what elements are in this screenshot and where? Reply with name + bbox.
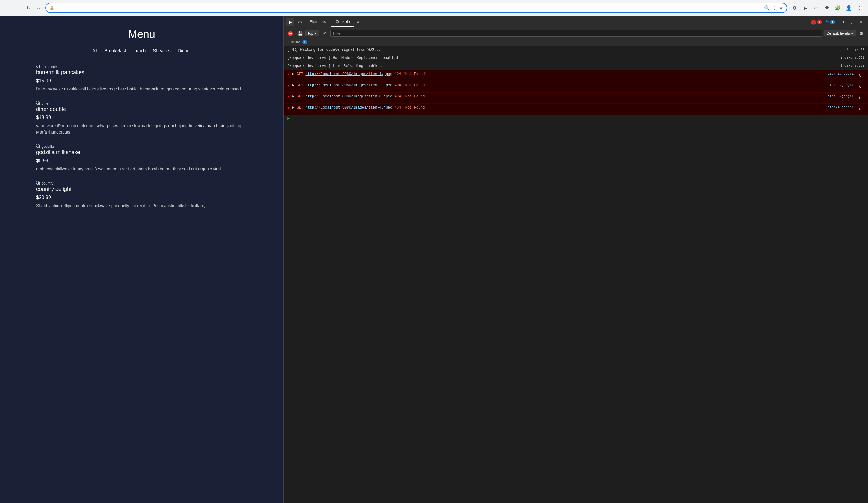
forward-button[interactable]: → [14, 4, 22, 12]
bookmark-icon: ★ [779, 5, 783, 11]
url-input[interactable]: localhost:8080 [56, 6, 762, 10]
menu-button[interactable]: ⋮ [855, 3, 865, 13]
console-file-error4[interactable]: item-4.jpeg:1 [828, 105, 854, 110]
error3-reload-button[interactable]: ↻ [856, 94, 865, 102]
console-line-hmr2-text: [webpack-dev-server] Hot Module Replacem… [287, 55, 838, 61]
error-count-badge: 4 [817, 20, 822, 24]
close-devtools-button[interactable]: ✕ [857, 18, 866, 26]
nav-menu: All Breakefast Lunch Sheakes Dinner [36, 48, 247, 53]
item1-price: $15.99 [36, 78, 247, 83]
more-options-button[interactable]: ⋮ [847, 18, 856, 26]
menu-item-3: godzilla godzilla milkshake $6.99 ombuch… [36, 144, 247, 172]
page-title: Menu [36, 28, 247, 41]
error4-reload-button[interactable]: ↻ [856, 105, 865, 113]
extensions2-button[interactable]: 🢁 [822, 3, 832, 13]
console-line-hmr-text: [HMR] Waiting for update signal from WDS… [287, 47, 844, 52]
item4-image: country [36, 181, 53, 186]
nav-lunch[interactable]: Lunch [133, 48, 146, 53]
item3-desc: ombucha chillwave fanny pack 3 wolf moon… [36, 166, 247, 172]
item2-desc: vaporware iPhone mumblecore selvage raw … [36, 123, 247, 135]
console-file-error3[interactable]: item-3.jpeg:1 [828, 94, 854, 99]
menu-item-1: buttermilk buttermilk pancakes $15.99 I'… [36, 64, 247, 92]
item2-name: diner double [36, 106, 247, 112]
console-file-error1[interactable]: item-1.jpeg:1 [828, 71, 854, 76]
expand-error4[interactable]: ► [292, 105, 294, 110]
devtools-toolbar: ⛔ 💾 top ▾ 👁 Default levels ▾ ⚙ [283, 28, 868, 39]
home-button[interactable]: ⌂ [34, 4, 43, 12]
console-line-error2-text: GET http://localhost:8080/images/item-2.… [297, 83, 826, 88]
menu-item-2: diner diner double $13.99 vaporware iPho… [36, 101, 247, 135]
error3-link[interactable]: http://localhost:8080/images/item-3.jpeg [305, 94, 392, 99]
issues-bar: 1 Issue: 1 [283, 39, 868, 46]
console-line-error3-text: GET http://localhost:8080/images/item-3.… [297, 94, 826, 99]
console-line-livereload-text: [webpack-dev-server] Live Reloading enab… [287, 63, 838, 69]
error4-link[interactable]: http://localhost:8080/images/item-4.jpeg [305, 105, 392, 110]
profile-button[interactable]: 👤 [844, 3, 854, 13]
webpage-content: Menu All Breakefast Lunch Sheakes Dinner… [0, 16, 283, 503]
toolbar-actions: ⚙ ▶ ▭ 🢁 🧩 👤 ⋮ [789, 3, 865, 13]
console-output[interactable]: [HMR] Waiting for update signal from WDS… [283, 46, 868, 503]
back-button[interactable]: ← [3, 4, 12, 12]
refresh-button[interactable]: ↻ [24, 4, 32, 12]
item3-price: $6.99 [36, 158, 247, 163]
console-file-hmr[interactable]: log.js:24 [847, 47, 865, 52]
nav-all[interactable]: All [92, 48, 97, 53]
item4-desc: Shabby chic keffiyeh neutra snackwave po… [36, 203, 247, 209]
cast-button[interactable]: ▭ [812, 3, 821, 13]
console-file-error2[interactable]: item-2.jpeg:1 [828, 83, 854, 88]
puzzle-button[interactable]: 🧩 [833, 3, 843, 13]
console-file-livereload[interactable]: index.js:551 [840, 63, 865, 69]
preserve-log-button[interactable]: 💾 [296, 29, 304, 38]
nav-sheakes[interactable]: Sheakes [153, 48, 170, 53]
error1-reload-button[interactable]: ↻ [856, 71, 865, 80]
console-line-livereload: [webpack-dev-server] Live Reloading enab… [283, 62, 868, 70]
browser-chrome: ← → ↻ ⌂ 🔒 localhost:8080 🔍 ⇧ ★ ⚙ ▶ ▭ 🢁 🧩… [0, 0, 868, 16]
console-settings-button[interactable]: ⚙ [857, 29, 866, 38]
context-selector[interactable]: top ▾ [305, 30, 320, 37]
extensions-button[interactable]: ⚙ [789, 3, 799, 13]
console-line-error2: ✖ ► GET http://localhost:8080/images/ite… [283, 81, 868, 93]
item1-desc: I'm baby woke mlkshk wolf bitters live-e… [36, 86, 247, 92]
clear-console-button[interactable]: ⛔ [286, 29, 294, 38]
console-prompt[interactable]: ► [283, 115, 868, 122]
tab-elements[interactable]: Elements [305, 17, 330, 27]
error2-link[interactable]: http://localhost:8080/images/item-2.jpeg [305, 83, 392, 88]
device-toolbar-button[interactable]: ▭ [296, 18, 304, 26]
console-file-hmr2[interactable]: index.js:551 [840, 55, 865, 60]
more-tabs-button[interactable]: » [355, 18, 360, 26]
address-bar[interactable]: 🔒 localhost:8080 🔍 ⇧ ★ [45, 3, 787, 13]
expand-error2[interactable]: ► [292, 83, 294, 88]
secure-icon: 🔒 [50, 6, 54, 10]
expand-error1[interactable]: ► [292, 71, 294, 77]
error-icon-1: ✖ [287, 72, 290, 78]
item3-image: godzilla [36, 144, 54, 149]
item4-name: country delight [36, 186, 247, 192]
levels-selector[interactable]: Default levels ▾ [824, 30, 856, 37]
error-icon-4: ✖ [287, 105, 290, 112]
item1-name: buttermilk pancakes [36, 69, 247, 76]
context-label: top [308, 31, 313, 35]
warning-count-badge: 1 [830, 20, 835, 24]
expand-error3[interactable]: ► [292, 94, 294, 99]
item3-name: godzilla milkshake [36, 149, 247, 156]
error2-reload-button[interactable]: ↻ [856, 83, 865, 91]
nav-dinner[interactable]: Dinner [178, 48, 191, 53]
inspect-element-button[interactable]: ▶ [286, 18, 294, 26]
eye-button[interactable]: 👁 [321, 29, 329, 38]
console-line-error4: ✖ ► GET http://localhost:8080/images/ite… [283, 104, 868, 115]
error-badge-container: ⬤ 4 [811, 19, 822, 25]
settings-button[interactable]: ⚙ [838, 18, 846, 26]
console-line-error1-text: GET http://localhost:8080/images/item-1.… [297, 71, 826, 77]
nav-breakfast[interactable]: Breakefast [105, 48, 126, 53]
levels-label: Default levels [826, 31, 850, 35]
console-line-error3: ✖ ► GET http://localhost:8080/images/ite… [283, 93, 868, 104]
prompt-arrow-icon: ► [287, 116, 290, 121]
filter-input[interactable] [330, 30, 823, 37]
error1-link[interactable]: http://localhost:8080/images/item-1.jpeg [305, 72, 392, 76]
nav-buttons: ← → ↻ ⌂ [3, 4, 43, 12]
error-icon-3: ✖ [287, 94, 290, 100]
media-button[interactable]: ▶ [800, 3, 810, 13]
issues-count-badge: 1 [302, 40, 307, 44]
context-dropdown-icon: ▾ [315, 31, 317, 35]
tab-console[interactable]: Console [331, 17, 354, 27]
